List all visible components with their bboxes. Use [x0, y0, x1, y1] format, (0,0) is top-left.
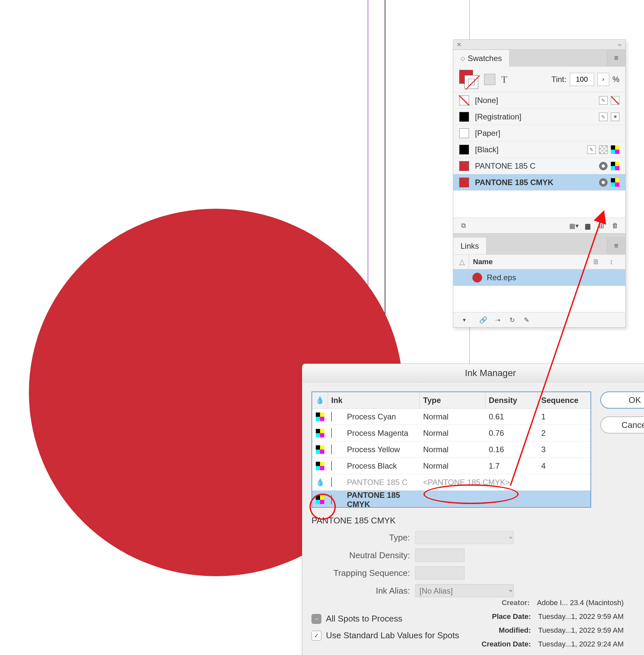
fill-stroke-proxy[interactable]	[459, 70, 478, 89]
ink-row-yellow[interactable]: Process Yellow Normal 0.16 3	[312, 441, 591, 458]
swatch-chip-icon	[459, 178, 469, 187]
nonprint-icon	[611, 96, 619, 105]
dialog-title: Ink Manager	[302, 364, 644, 382]
swatch-list: [None] [Registration] [Paper] [Black]	[453, 92, 625, 217]
update-link-icon[interactable]: ↻	[507, 315, 517, 325]
ink-row-pantone-c[interactable]: 💧 PANTONE 185 C <PANTONE 185 CMYK>	[312, 474, 591, 491]
ink-name: Process Magenta	[344, 428, 420, 438]
col-density[interactable]: Density	[485, 392, 538, 408]
swatch-row-pantone-c[interactable]: PANTONE 185 C	[453, 158, 625, 174]
ink-row-pantone-cmyk[interactable]: PANTONE 185 CMYK	[312, 491, 591, 507]
link-row[interactable]: Red.eps	[453, 270, 625, 286]
meta-creator-label: Creator:	[502, 599, 530, 607]
meta-mod-label: Modified:	[499, 626, 531, 635]
link-name: Red.eps	[487, 273, 516, 282]
label-alias: Ink Alias:	[312, 586, 410, 596]
panel-menu-button[interactable]: ≡	[607, 237, 625, 254]
ink-alias-target: <PANTONE 185 CMYK>	[420, 478, 591, 487]
page-sort-icon[interactable]: 🗎	[593, 258, 605, 266]
alias-droplet-icon: 💧	[316, 478, 325, 487]
meta-creator-value: Adobe I... 23.4 (Macintosh)	[537, 599, 624, 607]
process-icon	[316, 495, 324, 504]
checker-icon	[599, 145, 607, 154]
swatch-chip-icon	[459, 128, 469, 138]
status-sort-icon[interactable]: ↕	[610, 258, 619, 266]
ink-type: Normal	[420, 428, 485, 438]
panel-titlebar[interactable]: ✕	[453, 40, 625, 50]
new-group-from-swatch-icon[interactable]: ⧉	[459, 221, 468, 231]
formatting-text-button[interactable]: T	[501, 74, 507, 85]
tab-links[interactable]: Links	[453, 237, 486, 254]
tab-label: Links	[461, 241, 479, 251]
ink-name: Process Black	[344, 461, 420, 471]
links-tabbar: Links ≡	[453, 237, 625, 254]
tab-swatches[interactable]: ◇ Swatches	[453, 50, 509, 67]
relink-icon[interactable]: 🔗	[478, 315, 488, 325]
swatch-row-paper[interactable]: [Paper]	[453, 125, 625, 141]
checkbox-icon	[312, 631, 321, 640]
swatch-label: [None]	[475, 96, 593, 105]
noedit-icon	[599, 113, 607, 121]
panel-menu-button[interactable]: ≡	[607, 50, 625, 67]
meta-mod-value: Tuesday...1, 2022 9:59 AM	[538, 626, 624, 635]
tab-label: Swatches	[468, 54, 502, 63]
folder-icon[interactable]: ▆	[583, 221, 593, 231]
cancel-button[interactable]: Cancel	[600, 416, 644, 434]
meta-place-label: Place Date:	[492, 612, 531, 621]
swatch-row-black[interactable]: [Black]	[453, 141, 625, 158]
new-swatch-icon[interactable]: ⊞	[596, 221, 606, 231]
col-ink[interactable]: Ink	[328, 392, 420, 408]
tint-value-input[interactable]	[570, 73, 594, 86]
collapse-icon[interactable]	[617, 41, 622, 48]
ink-seq: 2	[538, 428, 591, 438]
swatches-toolbar: T Tint: › %	[453, 67, 625, 92]
ink-chip-icon	[331, 428, 332, 438]
swatch-row-none[interactable]: [None]	[453, 92, 625, 109]
ink-row-cyan[interactable]: Process Cyan Normal 0.61 1	[312, 408, 591, 425]
swatch-label: [Registration]	[475, 112, 593, 121]
column-name[interactable]: Name	[473, 258, 584, 266]
process-icon	[316, 462, 324, 470]
ink-density: 0.16	[485, 445, 538, 454]
warning-sort-icon[interactable]: △	[459, 258, 465, 266]
swatch-label: PANTONE 185 C	[475, 161, 593, 171]
alias-select[interactable]: [No Alias]	[415, 584, 514, 597]
trash-icon[interactable]: 🗑	[610, 221, 620, 231]
col-sequence[interactable]: Sequence	[538, 392, 591, 408]
tint-unit: %	[613, 75, 619, 84]
ink-chip-icon	[331, 461, 332, 471]
swatch-chip-icon	[459, 161, 469, 171]
registration-icon	[611, 113, 619, 121]
close-icon[interactable]: ✕	[457, 41, 461, 48]
formatting-container-button[interactable]	[484, 74, 495, 85]
checkbox-icon	[312, 614, 321, 624]
link-thumbnail-icon	[472, 273, 482, 283]
swatch-row-pantone-cmyk[interactable]: PANTONE 185 CMYK	[453, 174, 625, 191]
meta-created-value: Tuesday...1, 2022 9:24 AM	[538, 640, 624, 649]
ink-chip-icon	[331, 477, 332, 487]
type-select[interactable]	[415, 531, 514, 544]
goto-link-icon[interactable]: ➝	[493, 315, 503, 325]
tint-stepper[interactable]: ›	[597, 73, 609, 86]
ink-seq: 4	[538, 461, 591, 471]
link-info-metadata: Creator: Adobe I... 23.4 (Macintosh) Pla…	[440, 599, 624, 649]
swatch-row-registration[interactable]: [Registration]	[453, 109, 625, 125]
swatch-label: [Black]	[475, 145, 581, 154]
swatch-chip-icon	[459, 145, 469, 155]
meta-created-label: Creation Date:	[482, 640, 531, 649]
col-type[interactable]: Type	[420, 392, 485, 408]
ink-row-black[interactable]: Process Black Normal 1.7 4	[312, 458, 591, 474]
sequence-input[interactable]	[415, 566, 464, 580]
links-footer: ▾ 🔗 ➝ ↻ ✎	[453, 312, 625, 327]
noedit-icon	[599, 96, 607, 105]
swatch-list-empty-area	[453, 191, 625, 217]
swatch-view-icon[interactable]: ▦▾	[569, 221, 579, 231]
ink-row-magenta[interactable]: Process Magenta Normal 0.76 2	[312, 425, 591, 441]
ink-density: 1.7	[485, 461, 538, 471]
edit-original-icon[interactable]: ✎	[522, 315, 531, 325]
ok-button[interactable]: OK	[600, 392, 644, 408]
swatches-footer: ⧉ ▦▾ ▆ ⊞ 🗑	[453, 217, 625, 233]
process-icon	[316, 413, 324, 421]
label-density: Neutral Density:	[312, 550, 410, 561]
density-input[interactable]	[415, 549, 464, 562]
